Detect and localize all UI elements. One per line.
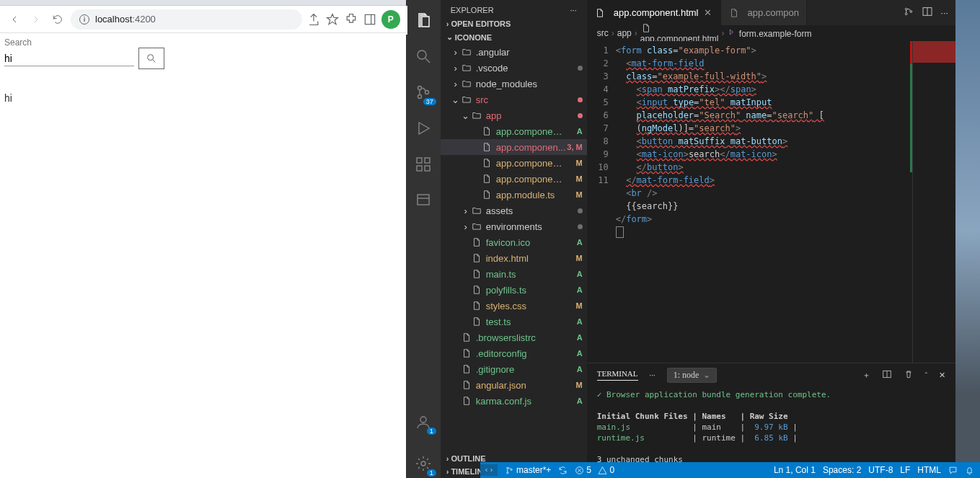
close-tab-icon[interactable]: ✕ [703, 8, 713, 18]
maximize-panel-icon[interactable]: ˆ [925, 371, 928, 379]
minimap[interactable] [912, 41, 955, 363]
file-item[interactable]: app.component.cssA [441, 123, 587, 139]
branch-indicator[interactable]: master*+ [505, 465, 551, 475]
source-control-icon[interactable]: 37 [406, 78, 441, 107]
code-area[interactable]: <form class="example-form"> <mat-form-fi… [616, 41, 913, 363]
compare-changes-icon[interactable] [903, 6, 914, 19]
split-terminal-icon[interactable] [882, 369, 892, 381]
breadcrumb-item[interactable]: form.example-form [727, 27, 811, 39]
run-debug-icon[interactable] [406, 114, 441, 143]
share-icon[interactable] [306, 12, 321, 27]
gutter: 1234567891011 [587, 41, 616, 363]
breadcrumbs[interactable]: src › app › app.component.html › form.ex… [587, 25, 956, 41]
settings-gear-icon[interactable]: 1 [406, 449, 441, 478]
terminal-tab[interactable]: TERMINAL [597, 369, 638, 381]
folder-item[interactable]: ›node_modules [441, 76, 587, 92]
folder-item[interactable]: ⌄src [441, 92, 587, 107]
file-item[interactable]: karma.conf.jsA [441, 393, 587, 409]
file-item[interactable]: app.module.tsM [441, 187, 587, 203]
scm-badge: 37 [423, 98, 436, 105]
file-item[interactable]: angular.jsonM [441, 377, 587, 393]
bookmark-icon[interactable] [325, 12, 340, 27]
sync-button[interactable] [558, 466, 568, 475]
forward-button[interactable] [27, 11, 45, 28]
editor[interactable]: 1234567891011 <form class="example-form"… [587, 41, 956, 363]
more-icon[interactable]: ··· [570, 6, 577, 14]
file-item[interactable]: test.tsA [441, 314, 587, 329]
search-input[interactable] [4, 51, 134, 66]
file-item[interactable]: main.tsA [441, 266, 587, 282]
search-output: hi [4, 92, 402, 104]
page-content: Search hi [0, 33, 406, 478]
remote-button[interactable] [480, 464, 498, 476]
breadcrumb-item[interactable]: src [597, 28, 609, 38]
panel-more-icon[interactable]: ··· [650, 371, 655, 379]
folder-item[interactable]: ›.angular [441, 44, 587, 60]
explorer-title: EXPLORER [451, 6, 494, 14]
terminal-selector[interactable]: 1: node⌄ [667, 368, 718, 383]
file-item[interactable]: polyfills.tsA [441, 282, 587, 298]
project-root[interactable]: ⌄ICONONE [441, 30, 587, 44]
language-mode[interactable]: HTML [917, 465, 941, 475]
chevron-right-icon: › [446, 19, 449, 28]
encoding[interactable]: UTF-8 [868, 465, 893, 475]
file-item[interactable]: favicon.icoA [441, 234, 587, 250]
svg-point-25 [507, 472, 508, 473]
svg-point-17 [906, 8, 908, 10]
search-button[interactable] [138, 48, 164, 69]
file-item[interactable]: app.component.s...M [441, 171, 587, 187]
reload-button[interactable] [49, 11, 66, 28]
extensions-icon[interactable] [344, 12, 358, 27]
preview-icon[interactable] [406, 186, 441, 215]
file-item[interactable]: .browserslistrcA [441, 329, 587, 345]
problems-indicator[interactable]: 5 0 [575, 465, 614, 475]
open-editors-section[interactable]: ›OPEN EDITORS [441, 17, 587, 30]
address-bar[interactable]: i localhost:4200 [71, 9, 302, 30]
explorer-sidebar: EXPLORER ··· ›OPEN EDITORS ⌄ICONONE ›.an… [441, 0, 587, 478]
folder-item[interactable]: ›environments [441, 218, 587, 234]
eol[interactable]: LF [900, 465, 910, 475]
status-bar: master*+ 5 0 Ln 1, Col 1 Spaces: 2 UTF-8… [480, 462, 980, 478]
side-panel-icon[interactable] [363, 12, 377, 27]
activity-bar: 37 1 1 [406, 0, 441, 478]
svg-rect-10 [417, 166, 422, 171]
profile-avatar[interactable]: P [381, 10, 400, 29]
search-icon[interactable] [406, 42, 441, 71]
editor-tabs: app.component.html✕app.compon ··· [587, 0, 956, 25]
cursor-position[interactable]: Ln 1, Col 1 [774, 465, 816, 475]
tab-more-icon[interactable]: ··· [940, 7, 948, 18]
file-item[interactable]: app.componen...3, M [441, 139, 587, 155]
indentation[interactable]: Spaces: 2 [823, 465, 861, 475]
panel-header: TERMINAL ··· 1: node⌄ ＋ ˆ ✕ [587, 363, 956, 386]
svg-point-19 [910, 11, 912, 13]
site-info-icon[interactable]: i [79, 14, 89, 25]
vscode-window: 37 1 1 EXPLORER ··· ›OPEN EDITORS ⌄ICONO… [406, 0, 956, 478]
svg-point-8 [425, 91, 428, 94]
extensions-activity-icon[interactable] [406, 150, 441, 179]
notifications-icon[interactable] [965, 466, 974, 475]
close-panel-icon[interactable]: ✕ [939, 371, 945, 380]
folder-item[interactable]: ›.vscode [441, 60, 587, 76]
editor-tab[interactable]: app.component.html✕ [587, 0, 721, 25]
breadcrumb-item[interactable]: app [617, 28, 632, 38]
new-terminal-icon[interactable]: ＋ [862, 370, 870, 381]
file-item[interactable]: .editorconfigA [441, 345, 587, 361]
editor-tab[interactable]: app.compon [721, 0, 808, 25]
search-label: Search [4, 37, 402, 48]
svg-rect-0 [365, 14, 374, 24]
accounts-icon[interactable]: 1 [406, 407, 441, 436]
folder-item[interactable]: ›assets [441, 203, 587, 218]
file-item[interactable]: app.component.tsM [441, 155, 587, 171]
file-item[interactable]: index.htmlM [441, 250, 587, 266]
browser-window: i localhost:4200 P Search hi [0, 0, 406, 478]
folder-item[interactable]: ⌄app [441, 107, 587, 123]
split-editor-icon[interactable] [922, 6, 933, 19]
feedback-icon[interactable] [948, 466, 958, 475]
explorer-icon[interactable] [406, 6, 441, 35]
file-item[interactable]: styles.cssM [441, 298, 587, 314]
svg-point-6 [418, 87, 421, 90]
back-button[interactable] [6, 11, 23, 28]
kill-terminal-icon[interactable] [904, 369, 914, 381]
accounts-badge: 1 [427, 428, 436, 435]
file-item[interactable]: .gitignoreA [441, 361, 587, 377]
